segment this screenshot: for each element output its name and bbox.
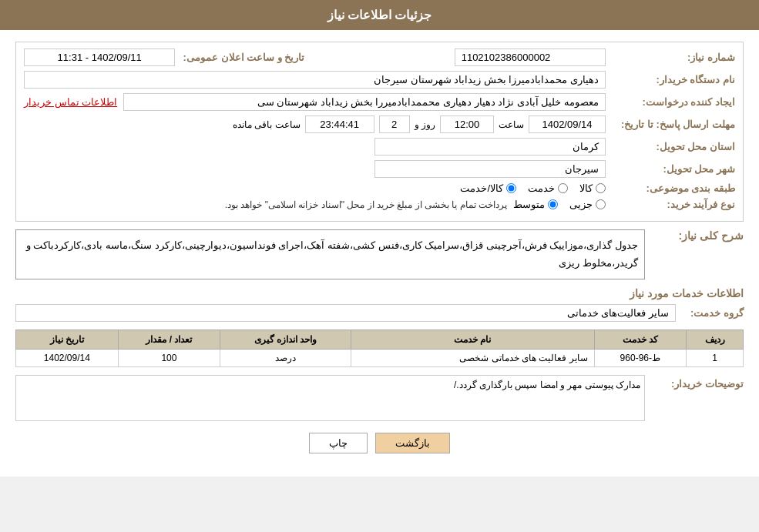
footer-buttons: بازگشت چاپ (15, 433, 744, 453)
deadline-label: مهلت ارسال پاسخ: تا تاریخ: (612, 119, 735, 130)
buyer-notes-value: مدارک پیوستی مهر و امضا سپس بارگذاری گرد… (15, 375, 645, 421)
deadline-remaining-label: ساعت باقی مانده (233, 119, 301, 130)
department-label: نام دستگاه خریدار: (612, 74, 735, 85)
purchase-type-group: جزیی متوسط (513, 199, 606, 210)
purchase-motawaset-radio[interactable] (548, 199, 558, 209)
service-group-label: گروه خدمت: (682, 307, 744, 319)
deadline-date: 1402/09/14 (529, 115, 606, 133)
category-kala-radio[interactable] (596, 183, 606, 193)
category-kala-khedmat-option[interactable]: کالا/خدمت (460, 182, 516, 194)
purchase-note: پرداخت تمام یا بخشی از مبلغ خرید از محل … (225, 199, 507, 210)
category-khedmat-option[interactable]: خدمت (528, 182, 568, 194)
table-row: 1 ط-96-960 سایر فعالیت های خدماتی شخصی د… (16, 349, 744, 366)
category-label: طبقه بندی موضوعی: (612, 182, 735, 194)
city-value: سیرجان (374, 160, 606, 178)
deadline-remaining: 23:44:41 (305, 115, 374, 133)
col-row: ردیف (687, 330, 744, 349)
creator-value: معصومه خلیل آبادی نژاد دهیار دهیاری محمم… (123, 93, 606, 111)
cell-date: 1402/09/14 (16, 349, 119, 366)
category-khedmat-label: خدمت (528, 182, 555, 194)
print-button[interactable]: چاپ (309, 433, 368, 453)
purchase-jozii-radio[interactable] (596, 199, 606, 209)
cell-code: ط-96-960 (594, 349, 686, 366)
deadline-time-label: ساعت (499, 119, 524, 130)
col-qty: تعداد / مقدار (118, 330, 220, 349)
cell-unit: درصد (220, 349, 351, 366)
page-title: جزئیات اطلاعات نیاز (0, 0, 759, 30)
purchase-motawaset-option[interactable]: متوسط (513, 199, 558, 210)
description-label: شرح کلی نیاز: (651, 229, 744, 242)
category-kala-khedmat-label: کالا/خدمت (460, 182, 503, 194)
category-radio-group: کالا خدمت کالا/خدمت (460, 182, 606, 194)
purchase-jozii-label: جزیی (569, 199, 593, 210)
announcement-value: 1402/09/11 - 11:31 (24, 49, 175, 66)
buyer-notes-label: توضیحات خریدار: (651, 375, 744, 390)
category-kala-khedmat-radio[interactable] (506, 183, 516, 193)
purchase-jozii-option[interactable]: جزیی (569, 199, 606, 210)
purchase-motawaset-label: متوسط (513, 199, 545, 210)
col-code: کد خدمت (594, 330, 686, 349)
col-unit: واحد اندازه گیری (220, 330, 351, 349)
need-number-label: شماره نیاز: (612, 52, 735, 63)
services-table: ردیف کد خدمت نام خدمت واحد اندازه گیری ت… (15, 330, 744, 367)
creator-label: ایجاد کننده درخواست: (612, 96, 735, 108)
department-value: دهیاری محمدابادمیرزا بخش زیداباد شهرستان… (24, 71, 606, 89)
deadline-days: 2 (379, 115, 410, 133)
need-number-value: 1102102386000002 (455, 49, 606, 66)
cell-row: 1 (687, 349, 744, 366)
col-name: نام خدمت (351, 330, 595, 349)
cell-qty: 100 (118, 349, 220, 366)
deadline-days-label: روز و (415, 119, 435, 130)
services-table-section: ردیف کد خدمت نام خدمت واحد اندازه گیری ت… (15, 330, 744, 367)
province-label: استان محل تحویل: (612, 141, 735, 152)
creator-contact-link[interactable]: اطلاعات تماس خریدار (24, 96, 117, 108)
category-kala-option[interactable]: کالا (579, 182, 606, 194)
service-info-title: اطلاعات خدمات مورد نیاز (15, 287, 744, 299)
back-button[interactable]: بازگشت (375, 433, 450, 453)
description-value: جدول گذاری،موزاییک فرش،آجرچینی قزاق،سرام… (15, 229, 645, 279)
purchase-type-label: نوع فرآیند خرید: (612, 199, 735, 210)
announcement-label: تاریخ و ساعت اعلان عمومی: (181, 52, 304, 63)
category-khedmat-radio[interactable] (558, 183, 568, 193)
service-group-value: سایر فعالیت‌های خدماتی (15, 304, 676, 322)
cell-name: سایر فعالیت های خدماتی شخصی (351, 349, 595, 366)
city-label: شهر محل تحویل: (612, 163, 735, 175)
category-kala-label: کالا (579, 182, 593, 194)
province-value: کرمان (374, 138, 606, 156)
col-date: تاریخ نیاز (16, 330, 119, 349)
deadline-time: 12:00 (440, 115, 494, 133)
